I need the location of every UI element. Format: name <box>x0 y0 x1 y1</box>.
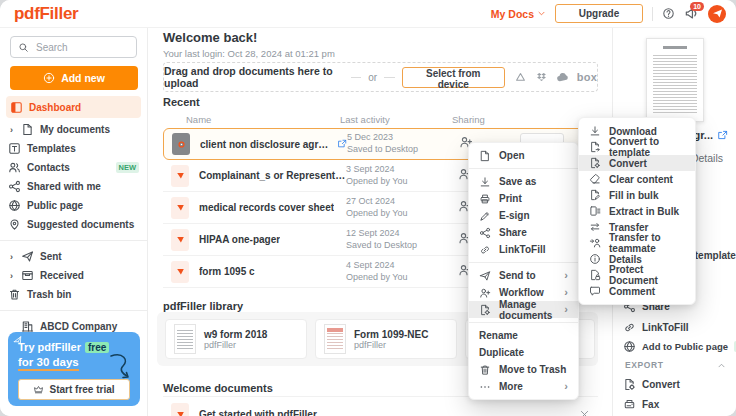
pdfmark-icon <box>175 266 186 277</box>
document-tile-icon <box>171 403 189 416</box>
new-badge: NEW <box>116 162 140 173</box>
submenu-item[interactable]: Clear content <box>579 171 695 187</box>
context-menu-item[interactable]: LinkToFill <box>469 241 578 258</box>
panel-action-item[interactable]: LinkToFill <box>623 321 732 334</box>
welcome-docs-section-title: Welcome documents <box>163 382 273 394</box>
sidebar-item-label: Received <box>40 270 84 281</box>
sidebar-item[interactable]: Contacts NEW <box>0 158 147 177</box>
cloud-provider-button[interactable] <box>514 71 527 84</box>
export-section-header: EXPORT <box>625 360 726 370</box>
chevron-down-icon <box>537 9 546 18</box>
context-menu-item[interactable]: Rename <box>469 327 578 344</box>
drag-drop-label: Drag and drop documents here to upload <box>164 65 344 89</box>
context-menu-item[interactable]: Move to Trash <box>469 361 578 378</box>
doc-gear-icon <box>479 304 491 316</box>
expand-chevron-icon[interactable]: › <box>8 125 15 135</box>
arrows-icon <box>589 221 601 233</box>
download-icon <box>589 125 601 137</box>
context-menu-item[interactable]: Duplicate <box>469 344 578 361</box>
chevron-right-icon: › <box>564 270 568 281</box>
document-thumbnail <box>174 324 196 354</box>
upload-dropzone[interactable]: Drag and drop documents here to upload o… <box>163 62 598 92</box>
search-input[interactable] <box>34 41 129 54</box>
sidebar-item[interactable]: › Sent <box>0 247 147 266</box>
dots-icon <box>479 381 491 393</box>
submenu-item[interactable]: Transfer to teammate <box>579 235 695 251</box>
document-name: form 1095 c <box>199 266 255 277</box>
info-icon <box>589 253 601 265</box>
external-link-icon[interactable] <box>337 139 347 149</box>
add-new-label: Add new <box>61 72 105 84</box>
expand-chevron-icon[interactable]: › <box>8 271 15 281</box>
sidebar-item[interactable]: › My documents <box>0 120 147 139</box>
sidebar-item-label: My documents <box>40 124 110 135</box>
search-box[interactable] <box>10 36 137 58</box>
expand-chevron-icon[interactable]: › <box>8 252 15 262</box>
person-plus-icon <box>479 287 491 299</box>
pen-icon <box>479 210 491 222</box>
context-menu-item[interactable]: Save as <box>469 173 578 190</box>
document-name: Complainant_s or Representative_s Signat… <box>199 170 346 181</box>
close-icon[interactable] <box>579 409 590 416</box>
panel-action-item[interactable]: Add to Public page NEW <box>623 340 732 353</box>
my-docs-menu[interactable]: My Docs <box>491 8 546 20</box>
cloud-icon <box>556 71 569 84</box>
sidebar-item-label: Templates <box>27 143 76 154</box>
sidebar-nav: Dashboard › My documents Templates Conta… <box>0 96 147 336</box>
submenu-item[interactable]: Convert to template <box>579 139 695 155</box>
cloud-provider-button[interactable] <box>556 71 569 84</box>
context-menu-item[interactable]: Send to › <box>469 267 578 284</box>
help-icon[interactable] <box>662 7 675 20</box>
sidebar-item[interactable]: Shared with me <box>0 177 147 196</box>
avatar[interactable] <box>708 5 726 23</box>
sidebar-item[interactable]: Trash bin <box>0 285 147 304</box>
sidebar-item[interactable]: Templates <box>0 139 147 158</box>
panel-action-item[interactable]: Fax <box>623 394 732 414</box>
pdfmark-icon <box>175 234 186 245</box>
free-trial-promo-card: Try pdfFiller free for 30 days Start fre… <box>8 332 140 406</box>
context-menu-item[interactable]: Manage documents › <box>469 301 578 318</box>
download-icon <box>479 176 491 188</box>
pdffiller-logo: pdfFiller <box>14 4 78 24</box>
select-from-device-button[interactable]: Select from device <box>402 67 505 88</box>
context-menu-item[interactable]: Print <box>469 190 578 207</box>
table-header: Name Last activity Sharing <box>163 114 598 125</box>
context-menu-item[interactable]: More › <box>469 378 578 395</box>
context-menu-item[interactable]: E-sign <box>469 207 578 224</box>
library-card[interactable]: Form 1099-NEC pdfFiller <box>315 319 457 359</box>
last-activity-cell: 4 Sept 2024 Opened by You <box>346 260 458 283</box>
external-link-icon[interactable] <box>717 130 728 141</box>
library-card[interactable]: w9 form 2018 pdfFiller <box>165 319 307 359</box>
submenu-item[interactable]: Protect Document <box>579 267 695 283</box>
upgrade-button[interactable]: Upgrade <box>555 4 643 23</box>
sidebar-item[interactable]: Suggested documents <box>0 215 147 234</box>
sidebar-item[interactable]: Public page <box>0 196 147 215</box>
add-new-button[interactable]: Add new <box>10 66 138 90</box>
share-icon <box>479 227 491 239</box>
cloud-provider-button[interactable] <box>535 71 548 84</box>
users-icon <box>8 161 21 174</box>
export-actions: Convert Fax <box>623 374 732 414</box>
cloud-provider-button[interactable]: box <box>577 71 597 83</box>
panel-action-item[interactable]: Convert <box>623 374 732 394</box>
sidebar-item-label: Dashboard <box>29 102 81 113</box>
crown-icon <box>33 384 44 395</box>
chevron-right-icon: › <box>564 381 568 392</box>
notifications-button[interactable]: 10 <box>684 6 699 21</box>
doc-icon <box>21 123 34 136</box>
submenu-item[interactable]: Fill in bulk <box>579 187 695 203</box>
start-free-trial-button[interactable]: Start free trial <box>18 379 130 400</box>
context-menu-item[interactable]: Share <box>469 224 578 241</box>
comment-icon <box>589 285 601 297</box>
sidebar-item[interactable]: › Received <box>0 266 147 285</box>
submenu-item[interactable]: Extract in Bulk <box>579 203 695 219</box>
plane-icon <box>479 270 491 282</box>
page-title: Welcome back! <box>163 30 257 45</box>
context-menu-item[interactable]: Open <box>469 147 578 164</box>
sidebar-item[interactable]: Dashboard <box>6 96 141 118</box>
promo-subtitle: for 30 days <box>18 356 79 371</box>
document-preview-thumbnail[interactable] <box>646 38 704 122</box>
sidebar-divider <box>0 310 147 311</box>
chevron-up-icon[interactable] <box>717 361 726 370</box>
sidebar-item-label: Shared with me <box>27 181 101 192</box>
